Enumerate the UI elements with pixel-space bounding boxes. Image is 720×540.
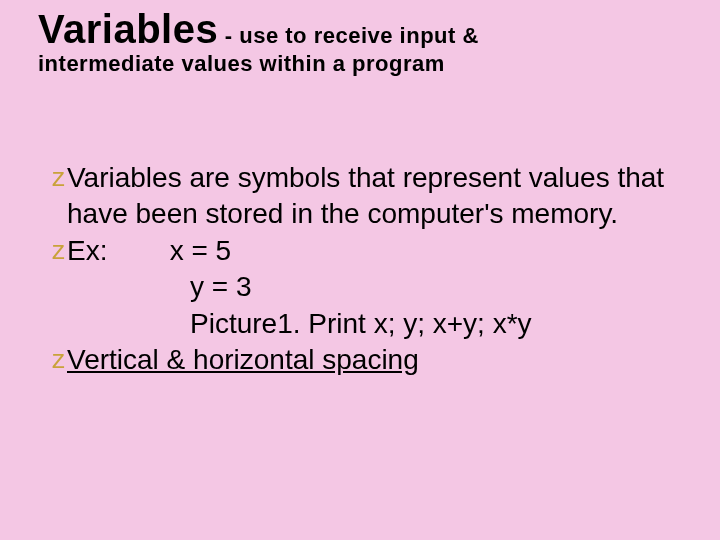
bullet-2-text: Ex: x = 5 xyxy=(67,233,672,269)
title-block: Variables - use to receive input & inter… xyxy=(38,8,678,75)
bullet-2-eq3-row: Picture1. Print x; y; x+y; x*y xyxy=(52,306,672,342)
body: z Variables are symbols that represent v… xyxy=(52,160,672,378)
bullet-icon: z xyxy=(52,342,65,377)
title-line-1: Variables - use to receive input & xyxy=(38,8,678,50)
bullet-2-eq2: y = 3 xyxy=(190,271,251,302)
title-line-2: intermediate values within a program xyxy=(38,52,678,75)
bullet-2-eq1: x = 5 xyxy=(170,235,231,266)
bullet-3: z Vertical & horizontal spacing xyxy=(52,342,672,378)
bullet-2-label: Ex: xyxy=(67,235,107,266)
bullet-2: z Ex: x = 5 xyxy=(52,233,672,269)
title-main: Variables xyxy=(38,7,218,51)
bullet-2-eq2-row: y = 3 xyxy=(52,269,672,305)
title-rest: - use to receive input & xyxy=(218,23,479,48)
bullet-3-text: Vertical & horizontal spacing xyxy=(67,342,672,378)
bullet-icon: z xyxy=(52,233,65,268)
bullet-icon: z xyxy=(52,160,65,195)
slide: Variables - use to receive input & inter… xyxy=(0,0,720,540)
bullet-2-eq3: Picture1. Print x; y; x+y; x*y xyxy=(190,308,532,339)
bullet-1-text: Variables are symbols that represent val… xyxy=(67,160,672,233)
bullet-1: z Variables are symbols that represent v… xyxy=(52,160,672,233)
